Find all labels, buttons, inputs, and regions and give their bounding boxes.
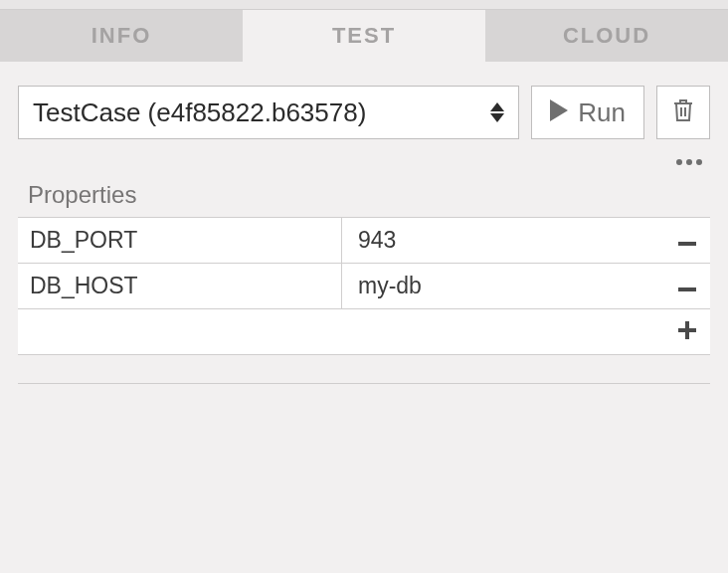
more-button[interactable]: [672, 155, 706, 169]
tab-cloud-label: CLOUD: [563, 23, 650, 49]
table-row: DB_HOST my-db: [18, 264, 710, 309]
remove-property-button[interactable]: [664, 264, 710, 308]
updown-icon: [490, 102, 504, 122]
minus-icon: [678, 232, 696, 250]
property-key[interactable]: DB_PORT: [18, 218, 342, 263]
property-key[interactable]: DB_HOST: [18, 264, 342, 308]
tab-test-label: TEST: [332, 23, 396, 49]
properties-table: DB_PORT 943 DB_HOST my-db: [18, 217, 710, 355]
tab-test[interactable]: TEST: [243, 10, 485, 62]
dots-icon: [696, 159, 702, 165]
svg-rect-3: [678, 242, 696, 246]
dots-icon: [676, 159, 682, 165]
svg-marker-2: [550, 99, 568, 121]
dots-icon: [686, 159, 692, 165]
property-value[interactable]: my-db: [342, 264, 664, 308]
add-property-button[interactable]: [664, 309, 710, 354]
testcase-select-label: TestCase (e4f85822.b63578): [33, 97, 366, 128]
svg-rect-6: [678, 328, 696, 332]
window-top-bar: [0, 0, 728, 10]
minus-icon: [678, 278, 696, 295]
run-button[interactable]: Run: [531, 86, 644, 139]
test-toolbar: TestCase (e4f85822.b63578) Run: [18, 86, 710, 139]
panel-divider: [18, 383, 710, 384]
test-panel: TestCase (e4f85822.b63578) Run: [0, 62, 728, 384]
svg-rect-4: [678, 287, 696, 291]
trash-icon: [672, 98, 694, 126]
delete-button[interactable]: [656, 86, 710, 139]
remove-property-button[interactable]: [664, 218, 710, 263]
svg-marker-1: [490, 113, 504, 122]
add-property-row: [18, 309, 710, 355]
tab-bar: INFO TEST CLOUD: [0, 10, 728, 62]
property-value[interactable]: 943: [342, 218, 664, 263]
table-row: DB_PORT 943: [18, 218, 710, 264]
testcase-select[interactable]: TestCase (e4f85822.b63578): [18, 86, 519, 139]
play-icon: [550, 99, 568, 125]
more-row: [18, 139, 710, 177]
plus-icon: [678, 321, 696, 343]
tab-info[interactable]: INFO: [0, 10, 243, 62]
tab-cloud[interactable]: CLOUD: [485, 10, 728, 62]
run-button-label: Run: [578, 97, 626, 128]
properties-title: Properties: [18, 177, 710, 217]
tab-info-label: INFO: [91, 23, 152, 49]
svg-marker-0: [490, 102, 504, 111]
